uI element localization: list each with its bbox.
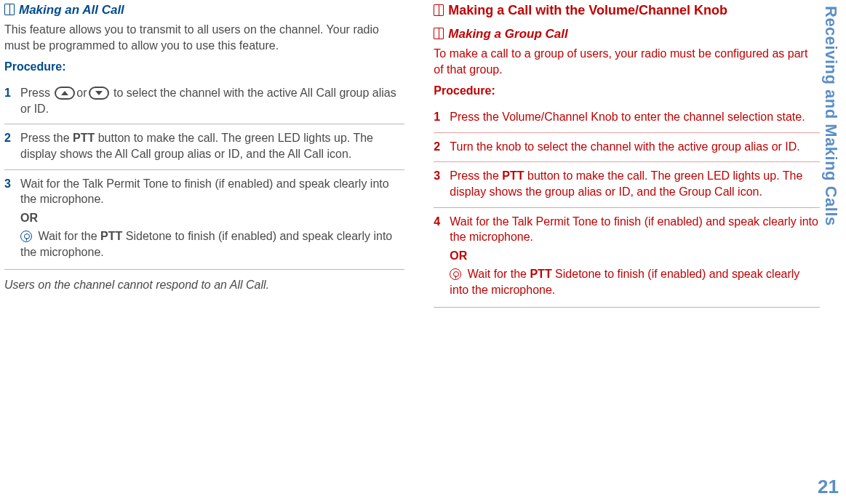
left-steps: 1 Press or to select the channel with th…	[4, 79, 404, 269]
ptt-label: PTT	[100, 230, 122, 242]
right-sub-heading: Making a Group Call	[434, 27, 820, 41]
right-intro: To make a call to a group of users, your…	[434, 46, 820, 77]
step-text: or	[76, 87, 87, 99]
or-label: OR	[450, 249, 467, 262]
ptt-label: PTT	[502, 169, 524, 182]
step-text: Press the	[450, 169, 502, 182]
up-key-icon	[55, 87, 75, 100]
step-number: 4	[434, 214, 440, 230]
right-sub-heading-text: Making a Group Call	[448, 27, 567, 41]
left-procedure-label: Procedure:	[4, 60, 404, 73]
right-step-1: 1 Press the Volume/Channel Knob to enter…	[434, 103, 820, 132]
right-column: Making a Call with the Volume/Channel Kn…	[434, 3, 820, 308]
right-main-heading-text: Making a Call with the Volume/Channel Kn…	[448, 3, 727, 17]
left-heading: Making an All Call	[4, 3, 404, 17]
right-procedure-label: Procedure:	[434, 84, 820, 97]
left-step-1: 1 Press or to select the channel with th…	[4, 79, 404, 124]
step-number: 3	[434, 168, 440, 184]
two-column-layout: Making an All Call This feature allows y…	[4, 3, 820, 308]
step-text: Press the Volume/Channel Knob to enter t…	[450, 111, 805, 123]
ptt-icon	[20, 231, 32, 242]
left-heading-text: Making an All Call	[19, 3, 124, 17]
left-intro: This feature allows you to transmit to a…	[4, 22, 404, 53]
right-step-2: 2 Turn the knob to select the channel wi…	[434, 132, 820, 162]
down-key-icon	[89, 87, 109, 100]
step-text: Wait for the	[35, 230, 100, 242]
ptt-label: PTT	[530, 268, 551, 280]
step-number: 2	[434, 139, 440, 155]
left-column: Making an All Call This feature allows y…	[4, 3, 404, 308]
right-steps: 1 Press the Volume/Channel Knob to enter…	[434, 103, 820, 307]
step-text: Press	[20, 87, 53, 99]
right-main-heading: Making a Call with the Volume/Channel Kn…	[434, 3, 820, 18]
step-number: 1	[434, 109, 440, 125]
step-or-block: OR	[450, 248, 820, 264]
step-text: Wait for the	[464, 268, 530, 280]
step-alt: Wait for the PTT Sidetone to finish (if …	[20, 228, 404, 260]
left-step-3: 3 Wait for the Talk Permit Tone to finis…	[4, 169, 404, 270]
book-icon	[434, 4, 444, 16]
ptt-label: PTT	[73, 132, 95, 144]
document-page: Receiving and Making Calls Making an All…	[0, 0, 846, 504]
right-step-3: 3 Press the PTT button to make the call.…	[434, 161, 820, 207]
or-label: OR	[20, 212, 38, 224]
step-number: 3	[4, 176, 11, 192]
step-number: 1	[4, 85, 11, 101]
step-text: Wait for the Talk Permit Tone to finish …	[450, 215, 818, 244]
book-icon	[434, 28, 444, 39]
step-text: Turn the knob to select the channel with…	[450, 140, 799, 153]
book-icon	[4, 4, 15, 15]
step-or-block: OR	[20, 210, 404, 226]
page-number: 21	[818, 476, 839, 498]
section-side-title: Receiving and Making Calls	[821, 6, 840, 226]
left-note: Users on the channel cannot respond to a…	[4, 279, 404, 292]
right-step-4: 4 Wait for the Talk Permit Tone to finis…	[434, 207, 820, 308]
left-step-2: 2 Press the PTT button to make the call.…	[4, 124, 404, 169]
step-alt: Wait for the PTT Sidetone to finish (if …	[450, 266, 820, 297]
step-text: Press the	[20, 132, 73, 144]
ptt-icon	[450, 268, 461, 280]
step-text: Wait for the Talk Permit Tone to finish …	[20, 177, 389, 206]
step-number: 2	[4, 130, 11, 146]
